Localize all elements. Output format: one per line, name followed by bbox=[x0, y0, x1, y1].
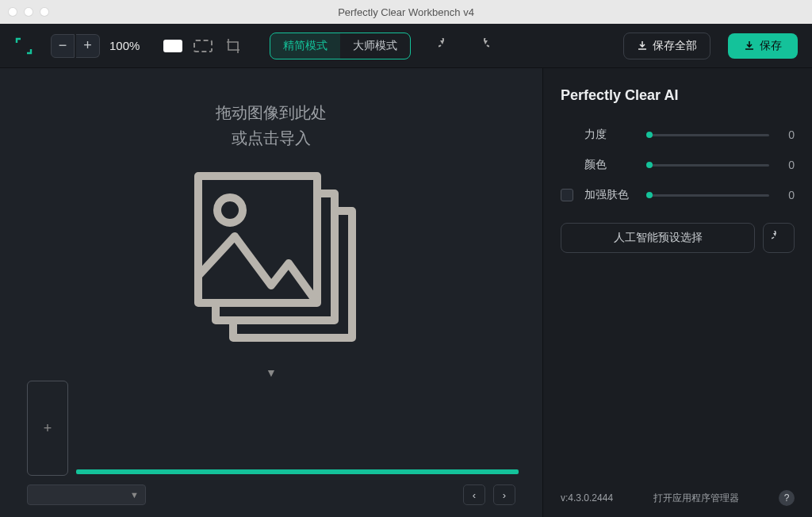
window-title: Perfectly Clear Workbench v4 bbox=[338, 6, 474, 18]
undo-button[interactable] bbox=[438, 36, 457, 56]
slider-row-color: 颜色 0 bbox=[561, 158, 795, 172]
skintone-slider[interactable] bbox=[649, 194, 769, 197]
toolbar: − + 100% 精简模式 大师模式 保存全部 保存 bbox=[0, 24, 812, 68]
drop-hint-text: 拖动图像到此处 或点击导入 bbox=[216, 100, 327, 151]
reset-button[interactable] bbox=[763, 223, 795, 253]
window-titlebar: Perfectly Clear Workbench v4 bbox=[0, 0, 812, 24]
zoom-controls: − + 100% bbox=[51, 34, 152, 58]
add-image-button[interactable]: + bbox=[27, 381, 68, 476]
preset-button-row: 人工智能预设选择 bbox=[561, 223, 795, 253]
traffic-lights bbox=[8, 7, 49, 17]
undo-redo-group bbox=[438, 36, 490, 56]
save-label: 保存 bbox=[760, 39, 782, 53]
slider-label: 颜色 bbox=[584, 158, 640, 172]
preset-dropdown[interactable]: ▼ bbox=[27, 484, 146, 505]
save-all-label: 保存全部 bbox=[653, 39, 697, 53]
help-button[interactable]: ? bbox=[779, 490, 795, 506]
mode-master-tab[interactable]: 大师模式 bbox=[340, 33, 410, 59]
download-icon bbox=[744, 40, 755, 52]
ai-preset-select-button[interactable]: 人工智能预设选择 bbox=[561, 223, 755, 253]
redo-button[interactable] bbox=[471, 36, 490, 56]
view-mode-group bbox=[162, 38, 244, 54]
zoom-value: 100% bbox=[109, 39, 140, 52]
save-all-button[interactable]: 保存全部 bbox=[623, 33, 710, 59]
mode-simple-tab[interactable]: 精简模式 bbox=[270, 33, 340, 59]
close-window-button[interactable] bbox=[8, 7, 17, 17]
open-app-manager-link[interactable]: 打开应用程序管理器 bbox=[653, 492, 739, 505]
skintone-checkbox[interactable] bbox=[561, 189, 573, 201]
download-icon bbox=[637, 40, 648, 52]
version-label: v:4.3.0.2444 bbox=[561, 492, 613, 504]
maximize-window-button[interactable] bbox=[40, 7, 49, 17]
minimize-window-button[interactable] bbox=[24, 7, 33, 17]
slider-label: 力度 bbox=[584, 128, 640, 142]
app-logo-icon bbox=[14, 36, 33, 56]
view-split-button[interactable] bbox=[192, 38, 214, 54]
slider-row-strength: 力度 0 bbox=[561, 128, 795, 142]
color-slider[interactable] bbox=[649, 164, 769, 167]
thumbnail-strip: + bbox=[24, 379, 519, 476]
save-button[interactable]: 保存 bbox=[728, 33, 798, 59]
slider-value: 0 bbox=[779, 159, 795, 171]
main-area: 拖动图像到此处 或点击导入 ▼ + bbox=[0, 68, 812, 517]
right-panel: Perfectly Clear AI 力度 0 颜色 0 加强肤色 0 人工智能… bbox=[542, 68, 812, 517]
drop-zone[interactable]: 拖动图像到此处 或点击导入 ▼ bbox=[24, 84, 519, 379]
next-image-button[interactable]: › bbox=[493, 484, 515, 505]
strength-slider[interactable] bbox=[649, 134, 769, 136]
slider-value: 0 bbox=[779, 128, 795, 141]
panel-title: Perfectly Clear AI bbox=[561, 87, 795, 104]
bottom-bar: ▼ ‹ › bbox=[24, 481, 519, 509]
prev-image-button[interactable]: ‹ bbox=[463, 484, 485, 505]
panel-footer: v:4.3.0.2444 打开应用程序管理器 ? bbox=[561, 490, 795, 506]
images-stack-icon bbox=[184, 167, 358, 352]
slider-row-skintone: 加强肤色 0 bbox=[561, 188, 795, 202]
view-single-button[interactable] bbox=[162, 38, 184, 54]
canvas-area: 拖动图像到此处 或点击导入 ▼ + bbox=[0, 68, 542, 517]
zoom-in-button[interactable]: + bbox=[76, 34, 100, 58]
slider-label: 加强肤色 bbox=[584, 188, 640, 202]
caret-down-icon: ▼ bbox=[266, 366, 277, 379]
view-crop-button[interactable] bbox=[222, 38, 244, 54]
undo-icon bbox=[772, 231, 786, 245]
zoom-out-button[interactable]: − bbox=[51, 34, 75, 58]
mode-segmented-control: 精简模式 大师模式 bbox=[270, 33, 411, 59]
slider-value: 0 bbox=[779, 189, 795, 201]
strip-scrollbar[interactable] bbox=[76, 469, 519, 474]
